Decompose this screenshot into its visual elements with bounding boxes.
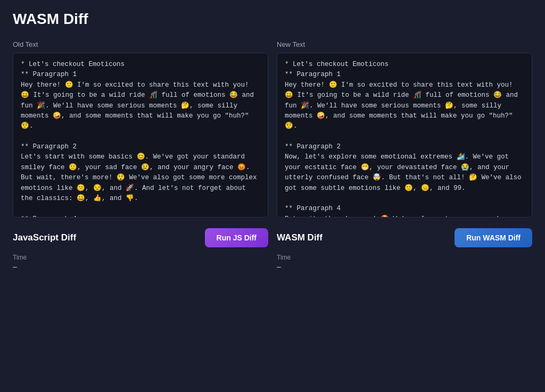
run-js-diff-button[interactable]: Run JS Diff (205, 228, 268, 247)
diff-actions-section: JavaScript Diff Run JS Diff Time – WASM … (13, 228, 532, 271)
wasm-diff-header: WASM Diff Run WASM Diff (277, 228, 532, 247)
wasm-diff-title: WASM Diff (277, 232, 323, 243)
old-text-input[interactable] (13, 53, 268, 218)
wasm-time-value: – (277, 262, 532, 271)
new-text-input[interactable] (277, 53, 532, 218)
app-title: WASM Diff (13, 11, 532, 28)
run-wasm-diff-button[interactable]: Run WASM Diff (455, 228, 532, 247)
js-diff-panel: JavaScript Diff Run JS Diff Time – (13, 228, 268, 271)
js-diff-header: JavaScript Diff Run JS Diff (13, 228, 268, 247)
new-text-panel: New Text (277, 40, 532, 218)
wasm-time-label: Time (277, 254, 532, 261)
js-time-value: – (13, 262, 268, 271)
new-text-label: New Text (277, 40, 532, 48)
old-text-panel: Old Text (13, 40, 268, 218)
js-diff-title: JavaScript Diff (13, 232, 76, 243)
text-inputs-section: Old Text New Text (13, 40, 532, 218)
js-time-label: Time (13, 254, 268, 261)
wasm-diff-panel: WASM Diff Run WASM Diff Time – (277, 228, 532, 271)
old-text-label: Old Text (13, 40, 268, 48)
